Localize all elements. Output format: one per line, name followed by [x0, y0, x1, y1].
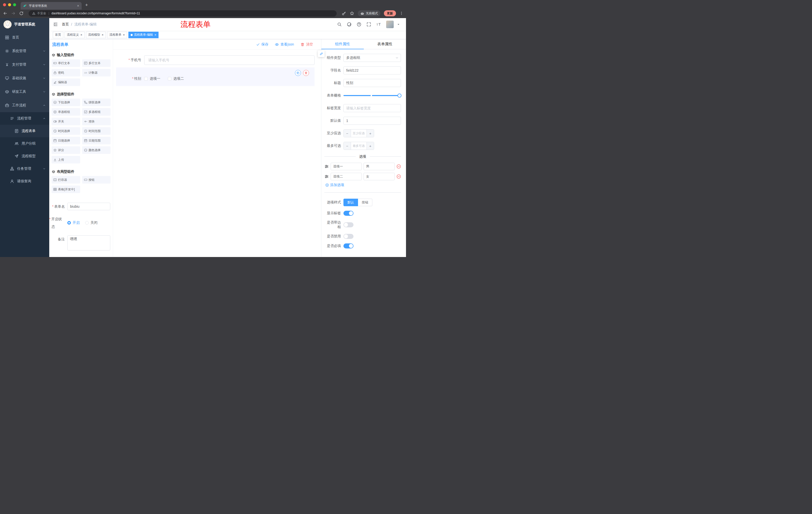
option-label-input[interactable]: [330, 173, 362, 180]
component-slider[interactable]: 滑块: [82, 118, 111, 125]
tab-component-props[interactable]: 组件属性: [321, 39, 364, 49]
component-select[interactable]: 下拉选择: [52, 99, 80, 106]
checkbox[interactable]: [144, 77, 148, 80]
view-json-button[interactable]: 查看json: [275, 42, 294, 47]
sidebar-item-task-manage[interactable]: 任务管理: [0, 162, 49, 175]
drag-option-icon[interactable]: [324, 174, 329, 179]
plus-button[interactable]: +: [367, 130, 374, 137]
minus-button[interactable]: −: [344, 142, 351, 150]
style-default-button[interactable]: 默认: [343, 199, 358, 206]
component-table[interactable]: 表格[开发中]: [52, 186, 80, 193]
component-cascade[interactable]: 级联选择: [82, 99, 111, 106]
component-checkbox[interactable]: 多选框组: [82, 108, 111, 116]
delete-field-button[interactable]: [303, 70, 309, 76]
max-select-input[interactable]: [351, 142, 367, 150]
tab-close-icon[interactable]: ×: [77, 4, 79, 7]
form-name-input[interactable]: [67, 203, 110, 210]
tag-close-icon[interactable]: ×: [80, 33, 82, 36]
component-password[interactable]: 密码: [52, 69, 80, 77]
add-option-button[interactable]: 添加选项: [325, 183, 401, 187]
tag-close-icon[interactable]: ×: [123, 33, 125, 36]
sidebar-item-leave-query[interactable]: 请假查询: [0, 175, 49, 188]
style-button-button[interactable]: 按钮: [358, 199, 372, 206]
form-grid-slider[interactable]: [343, 91, 401, 100]
component-textarea[interactable]: 多行文本: [82, 59, 111, 67]
remark-textarea[interactable]: 嘿嘿: [67, 235, 110, 250]
option-value-input[interactable]: [364, 163, 395, 170]
tag-close-icon[interactable]: ×: [102, 33, 104, 36]
switch-3[interactable]: [343, 243, 353, 248]
title-input[interactable]: [343, 79, 401, 87]
bookmark-star-icon[interactable]: [350, 11, 354, 16]
tag-3[interactable]: 流程表单×: [107, 32, 127, 38]
remove-option-icon[interactable]: [397, 174, 401, 179]
component-date[interactable]: 日期选择: [52, 137, 80, 144]
avatar-caret-down-icon[interactable]: [397, 23, 400, 26]
switch-1[interactable]: [343, 222, 353, 227]
slider-handle[interactable]: [398, 93, 402, 98]
forward-icon[interactable]: [11, 11, 16, 16]
switch-0[interactable]: [343, 211, 353, 216]
status-radio-开启[interactable]: 开启: [67, 220, 80, 225]
component-rate[interactable]: 评分: [52, 146, 80, 154]
tag-close-icon[interactable]: ×: [154, 33, 156, 36]
github-icon[interactable]: [347, 22, 351, 27]
gender-option-0[interactable]: 选项一: [144, 77, 160, 81]
sidebar-item-payment[interactable]: 支付管理: [0, 58, 49, 72]
component-button[interactable]: 按钮: [82, 176, 111, 184]
tag-4[interactable]: 流程表单-编辑×: [128, 32, 159, 38]
tab-form-props[interactable]: 表单属性: [364, 39, 406, 49]
sidebar-item-process-form[interactable]: 流程表单: [0, 125, 49, 137]
option-label-input[interactable]: [330, 163, 362, 170]
browser-menu-icon[interactable]: [400, 11, 404, 15]
fold-sidebar-icon[interactable]: [53, 22, 58, 27]
fullscreen-icon[interactable]: [367, 22, 371, 27]
tag-0[interactable]: 首页: [53, 32, 63, 38]
font-size-icon[interactable]: TT: [376, 22, 381, 27]
plus-button[interactable]: +: [367, 142, 374, 150]
field-name-input[interactable]: [343, 66, 401, 75]
breadcrumb-home[interactable]: 首页: [62, 22, 69, 27]
sidebar-item-process-model[interactable]: 流程模型: [0, 150, 49, 162]
gender-option-1[interactable]: 选项二: [168, 77, 184, 81]
remove-option-icon[interactable]: [397, 164, 401, 169]
back-icon[interactable]: [3, 11, 7, 16]
component-editor[interactable]: 编辑器: [52, 78, 80, 86]
component-color[interactable]: 颜色选择: [82, 146, 111, 154]
switch-2[interactable]: [343, 234, 353, 239]
browser-tab[interactable]: 芋道管理系统 ×: [21, 2, 82, 9]
sidebar-logo[interactable]: 芋道管理系统: [0, 18, 49, 31]
sidebar-item-user-group[interactable]: 用户分组: [0, 137, 49, 150]
save-button[interactable]: 保存: [256, 42, 268, 47]
drag-option-icon[interactable]: [324, 164, 329, 169]
tag-1[interactable]: 流程定义×: [64, 32, 85, 38]
zoom-window-button[interactable]: [13, 3, 16, 6]
not-secure-icon[interactable]: [32, 12, 35, 15]
component-row[interactable]: 行容器: [52, 176, 80, 184]
sidebar-item-infrastructure[interactable]: 基础设施: [0, 72, 49, 85]
minimize-window-button[interactable]: [8, 3, 11, 6]
min-select-input[interactable]: [351, 130, 367, 137]
minus-button[interactable]: −: [344, 130, 351, 137]
component-switch[interactable]: 开关: [52, 118, 80, 125]
new-tab-button[interactable]: +: [85, 2, 88, 7]
address-bar[interactable]: 不安全 dashboard.yudao.iocoder.cn/bpm/manag…: [29, 10, 337, 17]
component-time[interactable]: 时间选择: [52, 127, 80, 135]
sidebar-item-gear[interactable]: 系统管理: [0, 44, 49, 58]
field-gender-selected[interactable]: *性别 选项一选项二: [116, 67, 315, 86]
component-counter[interactable]: 123计数器: [82, 69, 111, 77]
tag-2[interactable]: 流程模型×: [86, 32, 106, 38]
label-width-input[interactable]: [343, 104, 401, 112]
component-date-range[interactable]: 日期范围: [82, 137, 111, 144]
search-icon[interactable]: [337, 22, 342, 27]
sidebar-item-devtools[interactable]: 研发工具: [0, 85, 49, 99]
close-window-button[interactable]: [3, 3, 6, 6]
field-phone[interactable]: *手机号: [116, 55, 315, 65]
component-radio[interactable]: 单选框组: [52, 108, 80, 116]
user-avatar[interactable]: [386, 21, 394, 28]
component-type-select[interactable]: 多选框组: [343, 54, 401, 62]
phone-input[interactable]: [144, 55, 315, 65]
sidebar-item-workflow[interactable]: 工作流程: [0, 99, 49, 112]
update-button[interactable]: 更新: [384, 10, 396, 16]
default-value-input[interactable]: [343, 117, 401, 125]
